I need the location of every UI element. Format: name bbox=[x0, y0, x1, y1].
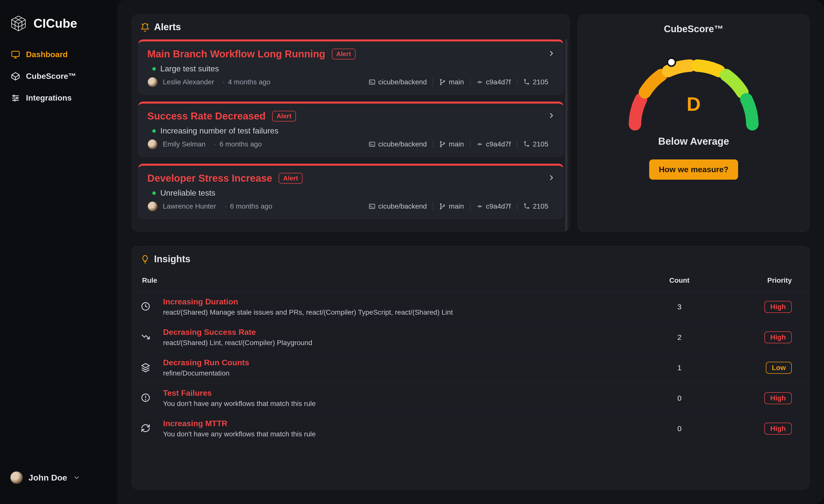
layers-icon bbox=[140, 362, 163, 373]
repo-chip: cicube/backend bbox=[363, 140, 433, 148]
svg-point-27 bbox=[440, 141, 441, 142]
alert-meta: cicube/backend main c9a4d7f 2105 bbox=[363, 202, 554, 210]
svg-point-11 bbox=[16, 97, 18, 99]
repo-chip: cicube/backend bbox=[363, 202, 433, 210]
chevron-down-icon bbox=[73, 474, 81, 482]
insight-row[interactable]: Increasing MTTR You don't have any workf… bbox=[132, 413, 809, 444]
insight-row[interactable]: Decrasing Success Rate react/(Shared) Li… bbox=[132, 322, 809, 353]
svg-marker-46 bbox=[142, 364, 149, 368]
insight-row[interactable]: Decrasing Run Counts refine/Documentatio… bbox=[132, 353, 809, 383]
svg-rect-35 bbox=[369, 204, 375, 208]
alert-card[interactable]: Main Branch Workflow Long Running Alert … bbox=[138, 39, 563, 95]
run-chip: 2105 bbox=[517, 140, 554, 148]
alert-author: Emily Selman 6 months ago bbox=[147, 139, 262, 149]
alerts-title: Alerts bbox=[154, 22, 181, 32]
branch-chip: main bbox=[433, 202, 470, 210]
bell-icon bbox=[140, 23, 149, 32]
svg-point-37 bbox=[440, 204, 441, 205]
sidebar-item-label: Integrations bbox=[26, 93, 72, 103]
clock-icon bbox=[140, 301, 163, 312]
svg-point-33 bbox=[524, 141, 525, 142]
insight-desc: react/(Shared) Lint, react/(Compiler) Pl… bbox=[163, 339, 647, 347]
terminal-icon bbox=[369, 141, 375, 147]
alert-meta: cicube/backend main c9a4d7f 2105 bbox=[363, 78, 554, 86]
insight-name: Increasing Duration bbox=[163, 297, 647, 306]
git-commit-icon bbox=[477, 141, 483, 147]
insight-name: Increasing MTTR bbox=[163, 419, 647, 428]
insight-desc: react/(Shared) Manage stale issues and P… bbox=[163, 308, 647, 317]
terminal-icon bbox=[369, 203, 375, 210]
col-priority: Priority bbox=[712, 276, 792, 284]
svg-point-29 bbox=[444, 143, 445, 144]
chevron-right-icon bbox=[547, 173, 556, 183]
priority-badge: High bbox=[764, 301, 792, 313]
insight-count: 2 bbox=[647, 333, 712, 342]
svg-point-20 bbox=[479, 81, 481, 83]
svg-point-18 bbox=[440, 84, 441, 85]
sidebar-item-dashboard[interactable]: Dashboard bbox=[5, 44, 112, 65]
nav: Dashboard CubeScore™ Integrations bbox=[0, 44, 117, 108]
priority-badge: High bbox=[764, 392, 792, 404]
col-rule: Rule bbox=[142, 276, 647, 284]
alerts-header: Alerts bbox=[132, 15, 570, 38]
terminal-icon bbox=[369, 79, 375, 85]
alert-subtitle: Unreliable tests bbox=[147, 184, 554, 201]
cubescore-title: CubeScore™ bbox=[664, 22, 724, 42]
alert-subtitle: Large test suites bbox=[147, 59, 554, 77]
alert-title: Developer Stress Increase bbox=[147, 173, 272, 184]
how-we-measure-button[interactable]: How we measure? bbox=[649, 159, 738, 180]
svg-line-14 bbox=[147, 24, 148, 25]
insight-count: 3 bbox=[647, 303, 712, 311]
insight-name: Decrasing Success Rate bbox=[163, 328, 647, 337]
alerts-panel: Alerts Main Branch Workflow Long Running… bbox=[132, 14, 570, 232]
sidebar: CICube Dashboard CubeScore™ Integrations… bbox=[0, 0, 117, 504]
git-branch-icon bbox=[439, 79, 446, 85]
priority-badge: High bbox=[764, 423, 792, 434]
avatar bbox=[10, 471, 23, 484]
svg-point-39 bbox=[444, 205, 445, 206]
alert-meta: cicube/backend main c9a4d7f 2105 bbox=[363, 140, 554, 148]
commit-chip: c9a4d7f bbox=[471, 78, 517, 86]
svg-point-19 bbox=[444, 81, 445, 82]
git-branch-icon bbox=[439, 141, 446, 147]
commit-chip: c9a4d7f bbox=[471, 202, 517, 210]
priority-badge: High bbox=[764, 331, 792, 343]
refresh-icon bbox=[140, 423, 163, 434]
git-merge-icon bbox=[523, 141, 530, 147]
insights-title: Insights bbox=[154, 254, 191, 264]
svg-point-23 bbox=[524, 79, 525, 80]
alert-author: Leslie Alexander 4 months ago bbox=[147, 77, 271, 87]
svg-point-30 bbox=[479, 143, 481, 145]
sidebar-item-label: CubeScore™ bbox=[26, 72, 76, 81]
insight-row[interactable]: Test Failures You don't have any workflo… bbox=[132, 383, 809, 413]
insights-table-head: Rule Count Priority bbox=[132, 269, 809, 292]
alert-card[interactable]: Success Rate Decreased Alert Increasing … bbox=[138, 102, 563, 157]
username: John Doe bbox=[28, 473, 67, 483]
svg-point-49 bbox=[145, 399, 146, 400]
alert-circle-icon bbox=[140, 393, 163, 404]
insight-row[interactable]: Increasing Duration react/(Shared) Manag… bbox=[132, 292, 809, 322]
insight-desc: You don't have any workflows that match … bbox=[163, 430, 647, 438]
cubescore-grade: D bbox=[619, 93, 768, 116]
alert-badge: Alert bbox=[272, 111, 296, 122]
monitor-icon bbox=[11, 50, 20, 59]
insight-name: Test Failures bbox=[163, 388, 647, 398]
alert-badge: Alert bbox=[279, 173, 302, 183]
user-menu[interactable]: John Doe bbox=[0, 465, 117, 494]
svg-point-40 bbox=[479, 206, 481, 207]
branch-chip: main bbox=[433, 140, 470, 148]
git-commit-icon bbox=[477, 203, 483, 210]
git-merge-icon bbox=[523, 79, 530, 85]
run-chip: 2105 bbox=[517, 78, 554, 86]
alerts-scroll[interactable]: Main Branch Workflow Long Running Alert … bbox=[132, 38, 570, 231]
sidebar-item-cubescore[interactable]: CubeScore™ bbox=[5, 66, 112, 86]
chevron-right-icon bbox=[547, 111, 556, 121]
sidebar-item-integrations[interactable]: Integrations bbox=[5, 88, 112, 108]
alert-title: Success Rate Decreased bbox=[147, 111, 266, 122]
priority-badge: Low bbox=[766, 362, 792, 374]
run-chip: 2105 bbox=[517, 202, 554, 210]
col-count: Count bbox=[647, 276, 712, 284]
svg-point-34 bbox=[528, 145, 529, 146]
brand-name: CICube bbox=[33, 16, 77, 31]
alert-card[interactable]: Developer Stress Increase Alert Unreliab… bbox=[138, 164, 563, 219]
